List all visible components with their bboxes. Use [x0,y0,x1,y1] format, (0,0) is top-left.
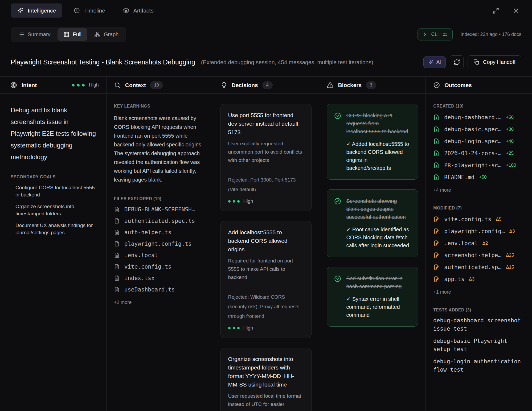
created-file-row[interactable]: PR-playwright-sc… +100 [433,162,525,168]
decision-card[interactable]: Use port 5555 for frontend dev server in… [220,104,312,211]
intelligence-columns: Intent High Debug and fix blank screensh… [0,77,532,411]
file-row[interactable]: .env.local [114,252,205,258]
blocker-card[interactable]: Bad substitution error in bash command p… [327,267,418,327]
created-file-row[interactable]: debug-basic.spec… +30 [433,126,525,133]
window-actions [492,7,520,14]
column-title: Outcomes [444,82,472,88]
file-row[interactable]: authenticated.spec.ts [114,218,205,224]
tab-intelligence[interactable]: Intelligence [11,3,62,18]
created-label: CREATED (10) [433,104,525,109]
decision-card[interactable]: Organize screenshots into timestamped fo… [220,348,312,411]
modified-more-label[interactable]: +1 more [433,289,525,295]
title-actions: AI Copy Handoff [423,55,521,69]
indexed-status: Indexed: 23h ago • 176 docs [461,32,521,37]
created-file-row[interactable]: debug-dashboard.… +50 [433,114,525,121]
file-row[interactable]: playwright.config.ts [114,241,205,247]
sliders-icon [442,32,448,37]
modified-file-row[interactable]: playwright.config… Δ3 [433,228,525,235]
blocker-card[interactable]: CORS blocking API requests from localhos… [327,104,418,180]
test-item: debug-login authentication flow test [433,357,525,374]
created-file-row[interactable]: 2026-01-24-cors-… +25 [433,150,525,157]
secondary-goal-item: Organize screenshots into timestamped fo… [11,203,97,217]
created-list: debug-dashboard.… +50 debug-basic.spec… … [433,114,525,180]
file-text-icon [114,218,120,224]
file-row[interactable]: vite.config.ts [114,264,205,270]
view-graph[interactable]: Graph [88,28,125,41]
tab-timeline[interactable]: Timeline [67,3,112,18]
file-text-icon [114,264,120,270]
delta-badge: Δ5 [496,217,501,222]
context-column: Context 10 KEY LEARNINGS Blank screensho… [107,77,213,411]
created-more-label[interactable]: +4 more [433,187,525,193]
file-row[interactable]: auth-helper.ts [114,229,205,236]
page-subtitle: (Extended debugging session, 454 message… [201,59,418,65]
view-switcher: Summary Full Graph [11,27,126,42]
modified-file-row[interactable]: authenticated.sp… Δ15 [433,264,525,270]
copy-handoff-button[interactable]: Copy Handoff [468,55,521,69]
modified-file-row[interactable]: screenshot-helpe… Δ25 [433,252,525,258]
cli-label: CLI [431,32,439,37]
priority-dot [77,84,80,87]
modified-file-row[interactable]: .env.local Δ2 [433,240,525,246]
intent-column: Intent High Debug and fix blank screensh… [0,77,107,411]
decisions-column: Decisions 4 Use port 5555 for frontend d… [213,77,320,411]
lines-added-badge: +40 [506,139,514,144]
blocker-text: Screenshots showing blank pages despite … [346,197,411,249]
delta-badge: Δ3 [509,229,515,234]
check-circle-icon [334,112,341,120]
refresh-button[interactable] [450,55,464,69]
file-plus-icon [433,114,440,121]
file-plus-icon [433,174,440,180]
created-file-row[interactable]: README.md +50 [433,174,525,180]
file-name: .env.local [444,240,478,246]
list-icon [18,31,24,38]
file-name: authenticated.sp… [444,264,501,270]
tab-artifacts[interactable]: Artifacts [116,3,160,18]
modified-file-row[interactable]: vite.config.ts Δ5 [433,216,525,223]
file-pen-icon [433,276,440,282]
file-row[interactable]: index.tsx [114,275,205,281]
file-name: debug-dashboard.… [444,114,501,121]
delta-badge: Δ3 [469,277,474,282]
tab-label: Intelligence [28,7,56,14]
file-row[interactable]: useDashboard.ts [114,286,205,293]
blocker-resolution: ✓ Root cause identified as CORS blocking… [346,225,411,249]
close-icon[interactable] [512,7,520,14]
decisions-count-badge: 4 [262,81,273,89]
decision-card[interactable]: Add localhost:5555 to backend CORS allow… [220,221,312,338]
intent-header: Intent High [0,77,106,94]
secondary-goal-item: Configure CORS for localhost:5555 in bac… [11,184,97,198]
page-title: Playwright Screenshot Testing - Blank Sc… [11,58,195,66]
blocker-card[interactable]: Screenshots showing blank pages despite … [327,189,418,257]
created-file-row[interactable]: debug-login.spec… +40 [433,138,525,145]
context-body: KEY LEARNINGS Blank screenshots were cau… [107,94,213,411]
decision-rejected-section: Rejected: Wildcard CORS (security risk),… [228,288,304,321]
file-plus-icon [433,162,440,168]
file-name: playwright.config.ts [124,241,192,247]
cli-button[interactable]: CLI [418,28,453,40]
divider [228,171,304,171]
file-name: .env.local [124,252,158,258]
files-more-label[interactable]: +2 more [114,300,205,305]
view-summary[interactable]: Summary [12,28,56,41]
file-row[interactable]: DEBUG-BLANK-SCREENSH… [114,206,205,213]
blockers-header: Blockers 3 [319,77,425,94]
file-name: playwright.config… [444,228,505,235]
view-label: Graph [104,31,119,38]
outcomes-body: CREATED (10) debug-dashboard.… +50 debug… [426,94,532,411]
file-text-icon [114,252,120,258]
expand-icon[interactable] [492,7,500,14]
blockers-column: Blockers 3 CORS blocking API requests fr… [319,77,426,411]
outcomes-header: Outcomes [426,77,532,94]
blocker-resolution: ✓ Syntax error in shell command, reforma… [346,295,411,319]
target-icon [10,81,17,89]
toolbar-right: CLI Indexed: 23h ago • 176 docs [418,28,522,40]
modified-file-row[interactable]: app.ts Δ3 [433,276,525,282]
view-full[interactable]: Full [58,28,87,41]
secondary-goals-list: Configure CORS for localhost:5555 in bac… [11,184,97,236]
blocker-problem: CORS blocking API requests from localhos… [346,112,411,135]
tab-label: Timeline [84,7,105,14]
ai-button[interactable]: AI [423,56,446,68]
intent-priority: High [72,82,99,88]
lines-added-badge: +100 [506,163,516,168]
